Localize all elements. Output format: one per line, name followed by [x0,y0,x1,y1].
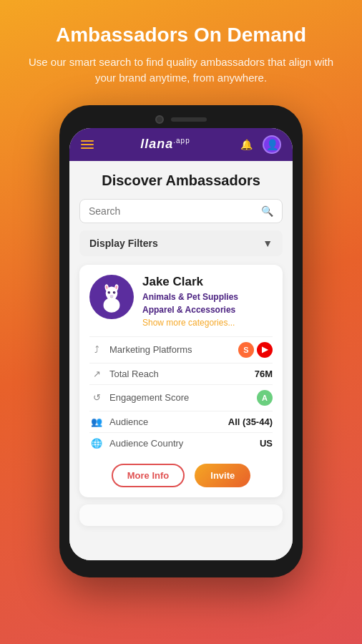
more-info-button[interactable]: More Info [112,464,185,487]
card-top: Jake Clark Animals & Pet Supplies Appare… [89,275,273,328]
engagement-label: Engagement Score [109,392,257,403]
phone-mockup: llana.app 🔔 👤 Discover Ambassadors 🔍 Dis… [59,105,303,577]
hamburger-icon[interactable] [81,140,94,149]
bell-icon[interactable]: 🔔 [237,135,255,154]
category-2: Apparel & Accessories [142,303,273,316]
svg-point-6 [108,291,111,294]
search-icon[interactable]: 🔍 [261,205,273,217]
camera-notch [155,115,164,124]
display-filters-dropdown[interactable]: Display Filters ▼ [79,230,283,256]
audience-icon: 👥 [89,416,104,427]
header-icons: 🔔 👤 [237,135,281,154]
logo-text: llana [140,137,173,151]
svg-point-8 [109,291,110,292]
invite-button[interactable]: Invite [195,464,250,487]
globe-icon: 🌐 [89,438,104,449]
app-logo: llana.app [140,137,190,152]
stat-row-engagement: ↺ Engagement Score A [89,384,273,411]
audience-label: Audience [109,416,228,427]
engagement-badge: A [257,390,273,406]
svg-point-10 [109,294,113,296]
hero-subtitle: Use our smart search to find quality amb… [17,54,345,87]
logo-suffix: .app [173,137,190,145]
country-label: Audience Country [109,438,260,449]
llama-illustration [93,278,130,316]
engagement-icon: ↺ [89,392,104,403]
reach-value: 76M [255,369,273,379]
page-title: Discover Ambassadors [79,172,283,189]
show-more-categories[interactable]: Show more categories... [142,318,273,328]
ambassador-avatar [89,275,134,319]
user-avatar-icon[interactable]: 👤 [263,135,281,154]
search-bar[interactable]: 🔍 [79,199,283,223]
display-filters-label: Display Filters [89,238,158,249]
share-icon: ⤴ [89,344,104,355]
next-card-peek [79,504,283,526]
chevron-down-icon: ▼ [263,238,273,249]
stat-row-audience: 👥 Audience All (35-44) [89,411,273,432]
ambassador-name: Jake Clark [142,275,273,289]
snapchat-icon: S [238,342,254,358]
svg-point-7 [113,291,116,294]
ambassador-info: Jake Clark Animals & Pet Supplies Appare… [142,275,273,328]
stat-row-reach: ↗ Total Reach 76M [89,363,273,384]
app-header: llana.app 🔔 👤 [69,128,293,161]
svg-point-9 [114,291,115,292]
stat-row-platforms: ⤴ Marketing Platforms S ▶ [89,336,273,363]
reach-label: Total Reach [109,369,255,379]
ambassador-card: Jake Clark Animals & Pet Supplies Appare… [79,265,283,497]
category-1: Animals & Pet Supplies [142,291,273,303]
reach-icon: ↗ [89,369,104,379]
audience-value: All (35-44) [228,416,273,427]
youtube-icon: ▶ [257,342,273,358]
speaker-notch [171,117,207,122]
svg-point-0 [104,298,120,313]
country-value: US [260,438,273,449]
phone-notch [69,115,293,124]
platforms-label: Marketing Platforms [109,344,238,355]
hero-title: Ambassadors On Demand [17,23,345,47]
search-input[interactable] [89,205,261,217]
hero-section: Ambassadors On Demand Use our smart sear… [0,0,362,98]
phone-screen: llana.app 🔔 👤 Discover Ambassadors 🔍 Dis… [69,128,293,560]
page-content: Discover Ambassadors 🔍 Display Filters ▼ [69,161,293,560]
card-buttons: More Info Invite [89,464,273,487]
stat-row-country: 🌐 Audience Country US [89,432,273,454]
platform-icons: S ▶ [238,342,273,358]
